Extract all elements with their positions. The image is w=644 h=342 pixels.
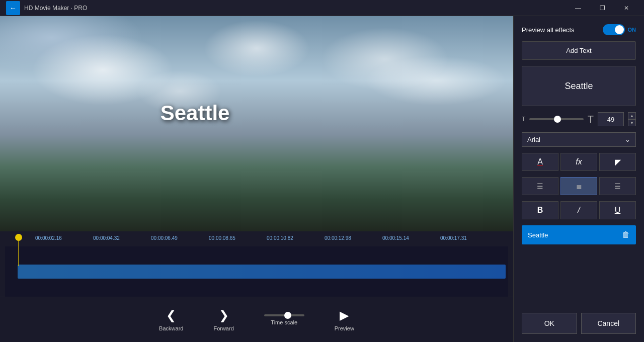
align-left-icon: ☰: [537, 182, 543, 190]
toggle-thumb: [615, 25, 624, 34]
svg-rect-17: [110, 117, 124, 176]
svg-point-15: [419, 164, 469, 202]
timeline-marker-8: 00:00:17.31: [440, 235, 467, 241]
toggle-switch[interactable]: ON: [603, 24, 636, 35]
timeline-marker-1: 00:00:02.16: [35, 235, 62, 241]
style-icons-row: A fx ◤: [522, 153, 636, 171]
svg-rect-46: [193, 179, 321, 184]
alignment-row: ☰ ≣ ☰: [522, 177, 636, 195]
preview-icon: ▶: [340, 308, 349, 322]
svg-rect-47: [41, 188, 472, 189]
back-button[interactable]: ←: [6, 1, 20, 15]
svg-rect-19: [131, 121, 140, 176]
svg-rect-18: [121, 108, 133, 177]
svg-point-6: [170, 32, 233, 64]
paint-button[interactable]: ◤: [599, 153, 636, 171]
fx-icon: fx: [576, 157, 582, 166]
svg-point-9: [293, 37, 357, 73]
timescale-slider[interactable]: [264, 314, 304, 316]
svg-rect-42: [383, 112, 396, 176]
font-size-down-button[interactable]: ▼: [628, 119, 636, 126]
svg-point-3: [46, 44, 110, 76]
svg-marker-26: [245, 158, 254, 176]
text-color-icon: A: [537, 157, 543, 166]
svg-point-7: [311, 23, 412, 69]
backward-label: Backward: [159, 325, 183, 331]
text-color-button[interactable]: A: [522, 153, 558, 171]
svg-point-8: [367, 16, 449, 57]
video-area: Seattle 00:00:02.16 00:00:04.32 00:00:06…: [0, 16, 513, 342]
svg-point-12: [46, 162, 92, 199]
underline-icon: U: [615, 206, 621, 215]
font-size-spinners: ▲ ▼: [628, 112, 636, 126]
track-bar[interactable]: [18, 265, 506, 279]
align-left-button[interactable]: ☰: [522, 177, 558, 195]
backward-button[interactable]: ❮ Backward: [159, 308, 183, 331]
font-family-label: Arial: [527, 136, 540, 143]
svg-point-29: [238, 101, 262, 108]
svg-rect-20: [137, 112, 153, 176]
video-overlay-text: Seattle: [160, 101, 230, 125]
cancel-button[interactable]: Cancel: [581, 313, 636, 334]
preview-toggle-row: Preview all effects ON: [522, 24, 636, 35]
app-title: HD Movie Maker · PRO: [24, 5, 562, 12]
timeline-area[interactable]: 00:00:02.16 00:00:04.32 00:00:06.49 00:0…: [0, 231, 513, 297]
font-size-slider[interactable]: [529, 118, 583, 120]
svg-rect-41: [376, 119, 386, 177]
ok-button[interactable]: OK: [522, 313, 577, 334]
svg-point-16: [444, 169, 481, 202]
timescale-thumb: [284, 312, 291, 319]
preview-toggle-label: Preview all effects: [522, 26, 575, 34]
svg-rect-30: [249, 87, 251, 105]
svg-rect-35: [311, 117, 325, 176]
fx-button[interactable]: fx: [560, 153, 597, 171]
backward-icon: ❮: [166, 308, 176, 322]
toggle-track[interactable]: [603, 24, 625, 35]
preview-button[interactable]: ▶ Preview: [335, 308, 354, 331]
timeline-marker-7: 00:00:15.14: [382, 235, 409, 241]
ok-cancel-row: OK Cancel: [522, 313, 636, 334]
underline-button[interactable]: U: [599, 201, 636, 219]
maximize-button[interactable]: ❐: [591, 1, 614, 15]
forward-button[interactable]: ❯ Forward: [213, 308, 233, 331]
timeline-cursor-line: [18, 241, 19, 266]
svg-point-2: [105, 23, 188, 64]
align-right-button[interactable]: ☰: [599, 177, 636, 195]
svg-rect-36: [323, 112, 333, 176]
text-layer-item[interactable]: Seattle 🗑: [522, 225, 636, 244]
timeline-cursor[interactable]: [15, 234, 22, 241]
font-family-chevron: ⌄: [625, 136, 630, 143]
font-size-up-button[interactable]: ▲: [628, 112, 636, 119]
align-center-icon: ≣: [576, 182, 582, 190]
timeline-marker-4: 00:00:08.65: [209, 235, 235, 241]
align-center-button[interactable]: ≣: [560, 177, 597, 195]
svg-rect-32: [280, 115, 292, 177]
bold-button[interactable]: B: [522, 201, 558, 219]
font-size-input[interactable]: [598, 112, 624, 126]
svg-rect-33: [290, 119, 304, 177]
delete-text-layer-button[interactable]: 🗑: [622, 230, 630, 239]
svg-rect-37: [331, 121, 344, 176]
font-family-select[interactable]: Arial ⌄: [522, 132, 636, 147]
add-text-button[interactable]: Add Text: [522, 41, 636, 60]
bottom-controls: ❮ Backward ❯ Forward Time scale ▶ Previe…: [0, 297, 513, 342]
main-layout: Seattle 00:00:02.16 00:00:04.32 00:00:06…: [0, 16, 644, 342]
text-layer-name: Seattle: [528, 231, 548, 239]
forward-icon: ❯: [219, 308, 229, 322]
font-size-large-t: T: [588, 114, 594, 125]
minimize-button[interactable]: —: [567, 1, 590, 15]
right-panel: Preview all effects ON Add Text Seattle …: [513, 16, 644, 342]
timeline-track[interactable]: [5, 246, 508, 297]
italic-button[interactable]: /: [560, 201, 597, 219]
window-controls: — ❐ ✕: [567, 1, 638, 15]
svg-rect-38: [341, 106, 357, 177]
svg-point-5: [233, 16, 307, 50]
close-button[interactable]: ✕: [615, 1, 638, 15]
svg-rect-43: [394, 117, 410, 176]
timeline-marker-5: 00:00:10.82: [267, 235, 293, 241]
text-preview-box: Seattle: [522, 66, 636, 106]
svg-rect-34: [302, 108, 314, 177]
svg-rect-45: [314, 92, 316, 99]
preview-label: Preview: [335, 325, 354, 331]
timescale-label: Time scale: [271, 319, 297, 325]
